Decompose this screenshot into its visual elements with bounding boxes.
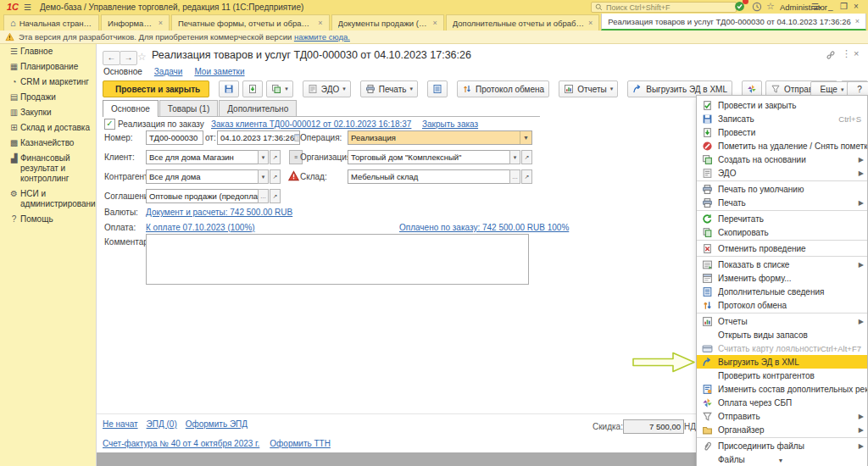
agreement-field[interactable]: Оптовые продажи (предоплата) [146,189,264,203]
menu-item-edit-additional-attributes[interactable]: Изменить состав дополнительных реквизито… [697,382,867,396]
window-tab-3[interactable]: Документы продажи (все)× [331,14,444,31]
warehouse-field[interactable]: Мебельный склад [348,169,515,184]
menu-item-check-counterparties[interactable]: Проверить контрагентов [697,369,867,382]
menu-item-attach-files[interactable]: Присоединить файлы▶ [697,439,867,452]
exchange-protocol-button[interactable]: Протокол обмена [457,80,549,97]
menu-item-create-based-on[interactable]: Создать на основании▶ [697,153,867,166]
comment-field[interactable] [146,234,529,285]
form-tab-goods[interactable]: Товары (1) [159,100,218,116]
contractor-choose-icon[interactable]: ▾ [258,169,269,184]
post-and-close-button[interactable]: Провести и закрыть [103,80,209,97]
menu-item-mark-deletion[interactable]: Пометить на удаление / Снять пометку [697,139,867,153]
close-order-link[interactable]: Закрыть заказ [422,119,478,129]
sidebar-item-treasury[interactable]: ▩Казначейство [0,136,96,151]
currency-link[interactable]: Документ и расчеты: 742 500.00 RUB [146,208,292,217]
sidebar-item-sales[interactable]: ▤Продажи [0,90,96,105]
number-field[interactable]: ТД00-000030 [146,130,203,145]
forward-button[interactable]: → [120,51,137,65]
global-search-input[interactable]: Поиск Ctrl+Shift+F [591,2,737,13]
payment-link[interactable]: К оплате 07.10.2023 (100%) [146,223,255,232]
close-tab-icon[interactable]: × [159,19,163,27]
menu-item-post[interactable]: Провести [697,125,867,139]
back-button[interactable]: ← [103,51,120,65]
create-based-on-button[interactable]: ▾ [266,80,293,97]
favorite-star-icon[interactable]: ☆ [137,51,147,63]
window-tab-4[interactable]: Дополнительные отчеты и обработки× [446,14,600,31]
print-button[interactable]: Печать▾ [360,80,418,97]
warehouse-open-icon[interactable]: ↗ [521,169,532,184]
org-field[interactable]: Торговый дом "Комплексный" [348,150,515,164]
main-menu-icon[interactable]: ☰ [24,3,31,12]
org-choose-icon[interactable]: ▾ [509,150,520,164]
close-form-icon[interactable]: × [854,48,859,58]
sidebar-item-warehouse-delivery[interactable]: ⊞Склад и доставка [0,120,96,136]
menu-item-post-and-close[interactable]: Провести и закрыть [697,98,867,112]
ttn-link[interactable]: Оформить ТТН [270,439,331,448]
get-link-icon[interactable] [826,50,836,62]
close-tab-icon[interactable]: × [855,17,860,25]
edo-button[interactable]: ЭДО▾ [303,80,351,97]
menu-scroll-down-icon[interactable]: ▼ [778,458,784,463]
calendar-icon[interactable] [294,133,300,143]
sidebar-item-planning[interactable]: ▦Планирование [0,59,96,75]
window-tab-0[interactable]: ⌂Начальная страница [3,14,99,31]
sidebar-item-main[interactable]: ☰Главное [0,44,96,59]
close-tab-icon[interactable]: × [318,19,322,27]
menu-item-copy[interactable]: Скопировать [697,225,867,239]
agreement-open-icon[interactable]: ↗ [270,189,281,203]
menu-item-additional-info[interactable]: Дополнительные сведения [697,285,867,298]
make-epd-link[interactable]: Оформить ЭПД [186,419,248,429]
save-button[interactable] [219,80,239,97]
window-tab-1[interactable]: Информация× [101,14,170,31]
menu-item-send[interactable]: Отправить▶ [697,409,867,423]
contractor-open-icon[interactable]: ↗ [270,169,281,184]
client-field[interactable]: Все для дома Магазин [146,150,264,164]
epd-count-link[interactable]: ЭПД (0) [147,419,177,429]
sidebar-item-financial-result[interactable]: ▟Финансовый результат и контроллинг [0,151,96,186]
sidebar-item-help[interactable]: ?Помощь [0,212,96,227]
reports-button[interactable]: Отчеты▾ [559,80,618,97]
agreement-choose-icon[interactable]: … [258,189,269,203]
form-tab-additional[interactable]: Дополнительно [219,100,297,116]
menu-item-organizer[interactable]: Органайзер▶ [697,423,867,436]
warehouse-choose-icon[interactable]: … [509,169,520,184]
date-field[interactable]: 04.10.2023 17:36:26 [217,130,300,145]
menu-item-print[interactable]: Печать▶ [697,196,867,209]
doc-nav-main[interactable]: Основное [103,67,142,76]
buy-commercial-link[interactable]: нажмите сюда. [294,32,350,42]
contractor-field[interactable]: Все для дома [146,169,264,184]
favorites-star-icon[interactable]: ☆ [766,1,775,12]
restore-button[interactable]: ❐ [840,2,848,11]
client-open-icon[interactable]: ↗ [270,150,281,164]
history-icon[interactable] [752,2,764,14]
menu-item-reports[interactable]: Отчеты▶ [697,314,867,328]
sidebar-item-crm-marketing[interactable]: ◔CRM и маркетинг [0,75,96,90]
menu-item-edit-form[interactable]: Изменить форму... [697,271,867,285]
customer-order-link[interactable]: Заказ клиента ТД00-000012 от 02.10.2023 … [211,119,411,129]
menu-item-undo-posting[interactable]: Отменить проведение [697,241,867,255]
org-open-icon[interactable]: ↗ [521,150,532,164]
menu-item-show-in-list[interactable]: Показать в списке▶ [697,258,867,271]
menu-item-exchange-protocol[interactable]: Протокол обмена [697,298,867,312]
sidebar-item-purchases[interactable]: ▥Закупки [0,105,96,120]
order-checkbox[interactable]: ✓ [104,119,115,130]
client-choose-icon[interactable]: ▾ [258,150,269,164]
doc-nav-my-notes[interactable]: Мои заметки [194,67,244,76]
window-tab-5[interactable]: Реализация товаров и услуг ТД00-000030 о… [601,14,866,31]
post-button[interactable] [242,80,263,97]
close-tab-icon[interactable]: × [588,19,593,27]
menu-item-reread[interactable]: Перечитать [697,212,867,225]
menu-item-print-default[interactable]: Печать по умолчанию [697,182,867,196]
minimize-button[interactable]: _ [828,2,833,11]
menu-item-open-stock-types[interactable]: Открыть виды запасов [697,328,867,341]
more-commands-icon[interactable]: ⋮ [842,48,851,59]
close-tab-icon[interactable]: × [432,19,437,27]
service-menu-icon[interactable]: ☰▾ [811,2,821,11]
chevron-down-icon[interactable]: ▼ [520,131,529,144]
not-started-link[interactable]: Не начат [103,419,138,429]
form-tab-main[interactable]: Основное [103,100,159,117]
paid-by-order-link[interactable]: Оплачено по заказу: 742 500.00 RUB 100% [399,223,569,232]
additional-info-button[interactable] [427,80,448,97]
menu-item-edo[interactable]: ЭДО▶ [697,166,867,180]
menu-item-sbp-payment[interactable]: Оплата через СБП [697,396,867,409]
